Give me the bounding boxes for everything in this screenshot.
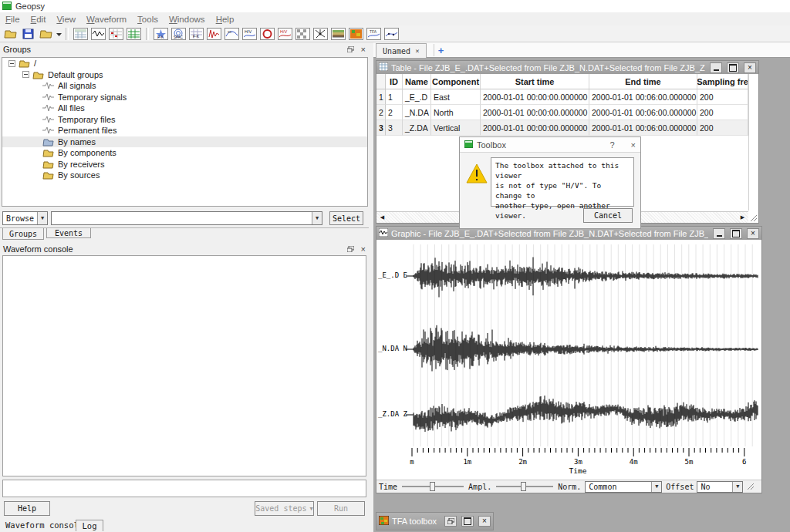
open-recent-dropdown[interactable] bbox=[55, 27, 62, 41]
tree-item-temporary-signals[interactable]: Temporary signals bbox=[2, 92, 367, 103]
tfa-toolbox-titlebar[interactable]: TFA toolbox × bbox=[376, 513, 493, 530]
table-cell[interactable]: 2000-01-01 00:06:00.000000 bbox=[589, 89, 697, 105]
column-header-id[interactable]: ID bbox=[386, 74, 403, 89]
dialog-close-button[interactable]: × bbox=[631, 140, 636, 150]
menu-windows[interactable]: Windows bbox=[164, 14, 211, 25]
fk-linear-icon[interactable]: F-K bbox=[188, 27, 204, 41]
saved-steps-button[interactable]: Saved steps▼ bbox=[255, 501, 314, 516]
file-table-icon[interactable] bbox=[108, 27, 124, 41]
table-viewer-icon[interactable] bbox=[73, 27, 89, 41]
help-button[interactable]: Help bbox=[4, 501, 50, 516]
menu-file[interactable]: File bbox=[0, 14, 25, 25]
tab-log[interactable]: Log bbox=[76, 520, 103, 531]
tree-item--[interactable]: / bbox=[2, 58, 367, 69]
map-viewer-icon[interactable] bbox=[126, 27, 142, 41]
table-cell[interactable]: 1 bbox=[386, 89, 403, 105]
tab-groups[interactable]: Groups bbox=[2, 228, 44, 240]
tree-expander-icon[interactable] bbox=[22, 71, 29, 78]
table-cell[interactable]: 2000-01-01 00:00:00.000000 bbox=[481, 120, 589, 136]
close-button[interactable]: × bbox=[747, 228, 759, 239]
tree-item-temporary-files[interactable]: Temporary files bbox=[2, 114, 367, 126]
minimize-button[interactable] bbox=[710, 62, 722, 73]
tree-item-by-components[interactable]: By components bbox=[2, 147, 367, 159]
menu-tools[interactable]: Tools bbox=[132, 14, 164, 25]
fk-toolbox-icon[interactable]: F-K bbox=[153, 27, 169, 41]
tab-waveform-console[interactable]: Waveform console bbox=[5, 520, 83, 530]
select-button[interactable]: Select bbox=[329, 211, 363, 225]
save-icon[interactable] bbox=[20, 27, 36, 41]
column-header-component[interactable]: Component bbox=[431, 74, 481, 89]
close-button[interactable]: × bbox=[478, 516, 491, 527]
column-header-start-time[interactable]: Start time bbox=[481, 74, 589, 89]
column-header-sampling-fre[interactable]: Sampling fre bbox=[697, 74, 748, 89]
profile-layers-icon[interactable] bbox=[330, 27, 346, 41]
table-cell[interactable]: 200 bbox=[697, 105, 748, 120]
tree-item-by-receivers[interactable]: By receivers bbox=[2, 159, 367, 170]
spac-toolbox-icon[interactable]: SPAC bbox=[170, 27, 187, 41]
tab-close-icon[interactable]: × bbox=[415, 47, 419, 55]
table-cell[interactable]: Vertical bbox=[431, 120, 481, 136]
table-cell[interactable]: 3 bbox=[386, 120, 403, 136]
cancel-button[interactable]: Cancel bbox=[583, 208, 633, 223]
menu-help[interactable]: Help bbox=[211, 14, 240, 25]
run-button[interactable]: Run bbox=[317, 501, 365, 516]
norm-dropdown[interactable]: Common▼ bbox=[585, 481, 662, 493]
table-cell[interactable]: _Z.DA bbox=[403, 120, 431, 136]
table-cell[interactable]: 200 bbox=[697, 89, 748, 105]
menu-waveform[interactable]: Waveform bbox=[81, 14, 132, 25]
menu-edit[interactable]: Edit bbox=[25, 14, 52, 25]
float-button[interactable] bbox=[444, 516, 457, 527]
map-tool-icon[interactable] bbox=[348, 27, 364, 41]
tree-item-permanent-files[interactable]: Permanent files bbox=[2, 125, 367, 136]
new-tab-button[interactable]: + bbox=[434, 44, 447, 56]
group-filter-combobox[interactable]: ▼ bbox=[51, 211, 322, 225]
particle-motion-icon[interactable] bbox=[383, 27, 400, 41]
table-cell[interactable]: _N.DA bbox=[403, 105, 431, 120]
tree-item-all-files[interactable]: All files bbox=[2, 103, 367, 114]
column-header-end-time[interactable]: End time bbox=[589, 74, 697, 89]
table-cell[interactable]: 2000-01-01 00:06:00.000000 bbox=[589, 105, 697, 120]
tree-item-by-sources[interactable]: By sources bbox=[2, 170, 367, 181]
tree-item-by-names[interactable]: By names bbox=[2, 136, 367, 148]
maximize-button[interactable] bbox=[461, 516, 474, 527]
table-cell[interactable]: 2 bbox=[386, 105, 403, 120]
toolbox-dialog-titlebar[interactable]: Toolbox ? × bbox=[460, 137, 640, 153]
tree-item-all-signals[interactable]: All signals bbox=[2, 80, 367, 92]
table-cell[interactable]: East bbox=[431, 89, 481, 105]
groups-panel-header[interactable]: Groups × bbox=[0, 43, 369, 56]
open-recent-icon[interactable] bbox=[38, 27, 54, 41]
browse-dropdown[interactable]: Browse▼ bbox=[2, 211, 48, 225]
scroll-right-icon[interactable]: ▶ bbox=[737, 212, 748, 223]
resize-grip-icon[interactable] bbox=[749, 214, 758, 222]
hv-toolbox-icon[interactable]: H/V bbox=[241, 27, 258, 41]
array-grid-icon[interactable] bbox=[295, 27, 311, 41]
resize-grip-icon[interactable] bbox=[746, 482, 755, 492]
waveform-plot[interactable]: m1m2m3m4m5m6Time _E_.D E_N.DA N_Z.DA Z bbox=[376, 240, 761, 480]
waveform-console-output[interactable] bbox=[2, 255, 366, 476]
tree-item-default-groups[interactable]: Default groups bbox=[2, 69, 367, 81]
maximize-button[interactable] bbox=[730, 228, 742, 239]
waveform-console-input[interactable] bbox=[2, 480, 366, 497]
tab-unamed[interactable]: Unamed × bbox=[376, 43, 427, 58]
maximize-button[interactable] bbox=[727, 62, 739, 73]
close-button[interactable]: × bbox=[744, 62, 756, 73]
column-header-name[interactable]: Name bbox=[403, 74, 431, 89]
scroll-left-icon[interactable]: ◀ bbox=[376, 212, 388, 223]
float-panel-icon[interactable] bbox=[347, 245, 354, 253]
row-header[interactable]: 1 bbox=[376, 89, 386, 105]
close-panel-icon[interactable]: × bbox=[361, 245, 366, 253]
picking-tool-icon[interactable] bbox=[312, 27, 329, 41]
offset-dropdown[interactable]: No▼ bbox=[697, 481, 743, 493]
table-cell[interactable]: North bbox=[431, 105, 481, 120]
open-file-icon[interactable] bbox=[2, 27, 19, 41]
ampl-slider[interactable] bbox=[496, 486, 553, 487]
window-titlebar[interactable]: Geopsy bbox=[0, 0, 790, 12]
dialog-help-button[interactable]: ? bbox=[609, 140, 614, 150]
signal-damping-icon[interactable] bbox=[206, 27, 222, 41]
table-cell[interactable]: 2000-01-01 00:00:00.000000 bbox=[481, 105, 589, 120]
waveform-console-header[interactable]: Waveform console × bbox=[0, 243, 369, 255]
float-panel-icon[interactable] bbox=[347, 45, 354, 53]
tree-expander-icon[interactable] bbox=[8, 60, 15, 67]
table-cell[interactable]: 2000-01-01 00:00:00.000000 bbox=[481, 89, 589, 105]
menu-view[interactable]: View bbox=[51, 14, 81, 25]
